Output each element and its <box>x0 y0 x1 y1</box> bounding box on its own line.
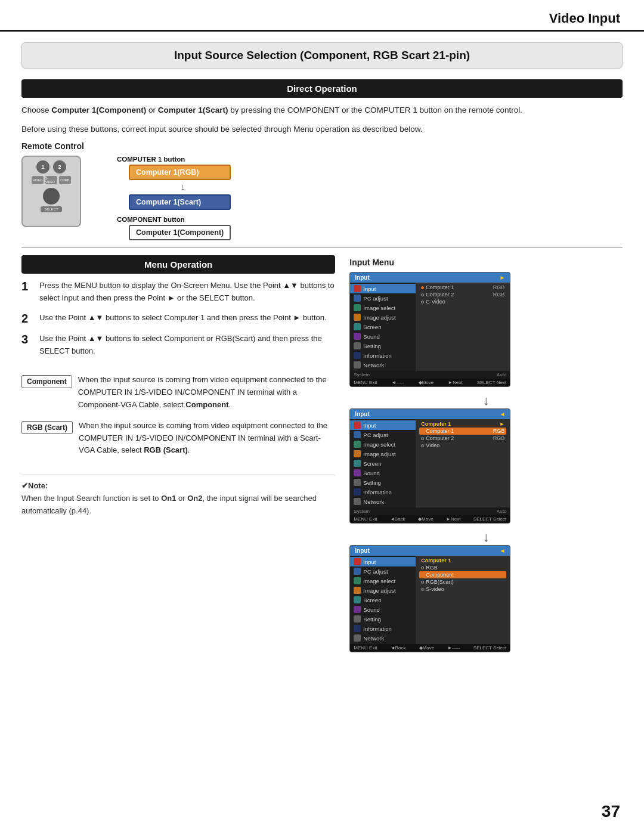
menu2-footer: MENU Exit ◄Back ◆Move ►Next SELECT Selec… <box>350 515 510 523</box>
menu3-item-screen: Screen <box>350 595 416 605</box>
right-column: Input Menu Input ► Input PC adjust <box>349 255 623 659</box>
menu-section: Menu Operation 1 Press the MENU button t… <box>21 255 623 659</box>
menu3-left: Input PC adjust Image select Image adjus… <box>350 556 416 644</box>
menu1-item-pcadjust: PC adjust <box>350 293 416 303</box>
computer1scart-box: Computer 1(Scart) <box>129 194 231 210</box>
rgbscart-note-text: When the input source is coming from vid… <box>79 420 335 457</box>
menu-screen-2: Input ◄ Input PC adjust Image select <box>349 408 510 524</box>
menu1-system-row: System Auto <box>350 371 510 379</box>
input-menu-label: Input Menu <box>349 258 623 267</box>
menu3-item-setting: Setting <box>350 614 416 624</box>
menu2-item-input: Input <box>350 420 416 430</box>
menu2-right-item-1: Computer 1 RGB <box>419 428 506 435</box>
menu2-right: Computer 1 ► Computer 1 RGB Computer 2 R… <box>416 419 510 507</box>
remote-select-btn[interactable]: SELECT <box>41 206 62 212</box>
menu2-item-imageselect: Image select <box>350 439 416 449</box>
direct-operation-desc2: Before using these buttons, correct inpu… <box>21 123 623 136</box>
menu-operation-bar: Menu Operation <box>21 255 335 274</box>
note-body: When the Input Search function is set to… <box>21 493 335 518</box>
direct-operation-desc1: Choose Computer 1(Component) or Computer… <box>21 104 623 117</box>
remote-video-btn[interactable]: VIDEO <box>32 176 44 184</box>
menu3-footer: MENU Exit ◄Back ◆Move ►----- SELECT Sele… <box>350 644 510 652</box>
menu3-item-pcadjust: PC adjust <box>350 566 416 576</box>
menu1-right-item-1: Computer 1 RGB <box>419 284 506 291</box>
menu1-footer: MENU Exit ◄----- ◆Move ►Next SELECT Next <box>350 379 510 386</box>
menu3-item-network: Network <box>350 633 416 643</box>
menu3-item-sound: Sound <box>350 605 416 614</box>
menu2-item-network: Network <box>350 497 416 506</box>
menu2-system-row: System Auto <box>350 507 510 515</box>
menu3-right-item-rgbscart: RGB(Scart) <box>419 578 506 586</box>
menu1-right-item-2: Computer 2 RGB <box>419 291 506 298</box>
menu1-item-information: Information <box>350 351 416 360</box>
menu3-item-imageselect: Image select <box>350 576 416 586</box>
menu1-item-setting: Setting <box>350 341 416 351</box>
remote-dpad[interactable] <box>43 188 60 205</box>
menu1-item-imageselect: Image select <box>350 303 416 312</box>
menu2-item-pcadjust: PC adjust <box>350 430 416 439</box>
component-note: Component When the input source is comin… <box>21 374 335 411</box>
remote-diagram: 1 2 VIDEO S-VIDEO COMP. SELECT COMPUTER … <box>21 156 623 240</box>
rgbscart-label: RGB (Scart) <box>21 421 73 434</box>
menu3-item-information: Information <box>350 624 416 633</box>
page-title: Video Input <box>24 11 620 26</box>
menu2-item-information: Information <box>350 487 416 497</box>
left-column: Menu Operation 1 Press the MENU button t… <box>21 255 335 659</box>
menu1-right: Computer 1 RGB Computer 2 RGB C-Video <box>416 283 510 371</box>
menu3-right: Computer 1 RGB Component RGB(Scart) S-vi… <box>416 556 510 644</box>
menu1-item-input: Input <box>350 284 416 293</box>
menu2-right-header: Computer 1 ► <box>419 420 506 428</box>
remote-image: 1 2 VIDEO S-VIDEO COMP. SELECT <box>21 156 81 227</box>
menu1-item-sound: Sound <box>350 332 416 341</box>
remote-svideo-btn[interactable]: S-VIDEO <box>45 176 57 184</box>
note-section: ✔Note: When the Input Search function is… <box>21 475 335 518</box>
menu-screen-2-content: Input PC adjust Image select Image adjus… <box>350 419 510 507</box>
computer1rgb-box: Computer 1(RGB) <box>129 165 231 180</box>
menu1-right-item-3: C-Video <box>419 298 506 305</box>
menu-arrow-1: ↓ <box>349 394 623 407</box>
computer1-button-label: COMPUTER 1 button <box>117 156 231 163</box>
component-note-text: When the input source is coming from vid… <box>78 374 336 411</box>
menu2-item-imageadjust: Image adjust <box>350 449 416 459</box>
menu1-item-screen: Screen <box>350 322 416 332</box>
menu2-item-screen: Screen <box>350 459 416 468</box>
menu3-right-item-component: Component <box>419 571 506 578</box>
note-title: ✔Note: <box>21 481 335 490</box>
menu-screen-3: Input ◄ Input PC adjust Image select <box>349 545 510 652</box>
menu3-item-input: Input <box>350 557 416 566</box>
arrow1: ↓ <box>135 182 231 192</box>
menu-screen-3-content: Input PC adjust Image select Image adjus… <box>350 556 510 644</box>
menu-screen-1-header: Input ► <box>350 272 510 283</box>
remote-btn-1[interactable]: 1 <box>36 160 49 174</box>
step-3: 3 Use the Point ▲▼ buttons to select Com… <box>21 333 335 358</box>
remote-component-btn[interactable]: COMP. <box>59 176 71 184</box>
menu1-left: Input PC adjust Image select Image adjus… <box>350 283 416 371</box>
direct-operation-bar: Direct Operation <box>21 79 623 98</box>
callout-section: COMPUTER 1 button Computer 1(RGB) ↓ Comp… <box>117 156 231 240</box>
menu-screen-1: Input ► Input PC adjust Image select <box>349 272 510 387</box>
menu2-item-sound: Sound <box>350 468 416 478</box>
step-1: 1 Press the MENU button to display the O… <box>21 280 335 305</box>
menu1-item-network: Network <box>350 360 416 370</box>
menu3-item-imageadjust: Image adjust <box>350 586 416 595</box>
component-label: Component <box>21 375 72 388</box>
section-title: Input Source Selection (Component, RGB S… <box>21 42 623 69</box>
menu-arrow-2: ↓ <box>349 531 623 544</box>
menu2-item-setting: Setting <box>350 478 416 487</box>
menu3-right-item-rgb: RGB <box>419 564 506 571</box>
component-button-label: COMPONENT button <box>117 216 231 223</box>
page-header: Video Input <box>0 0 644 32</box>
menu1-item-imageadjust: Image adjust <box>350 312 416 322</box>
menu2-right-item-3: Video <box>419 442 506 449</box>
menu3-right-header: Computer 1 <box>419 557 506 564</box>
menu3-right-item-svideo: S-video <box>419 586 506 593</box>
menu2-left: Input PC adjust Image select Image adjus… <box>350 419 416 507</box>
step-2: 2 Use the Point ▲▼ buttons to select Com… <box>21 312 335 326</box>
remote-btn-2[interactable]: 2 <box>53 160 66 174</box>
menu-screen-2-header: Input ◄ <box>350 409 510 419</box>
menu-screen-1-content: Input PC adjust Image select Image adjus… <box>350 283 510 371</box>
menu2-right-item-2: Computer 2 RGB <box>419 435 506 442</box>
menu-screen-3-header: Input ◄ <box>350 546 510 556</box>
remote-control-label: Remote Control <box>21 141 623 151</box>
component-box: Computer 1(Component) <box>129 225 231 240</box>
